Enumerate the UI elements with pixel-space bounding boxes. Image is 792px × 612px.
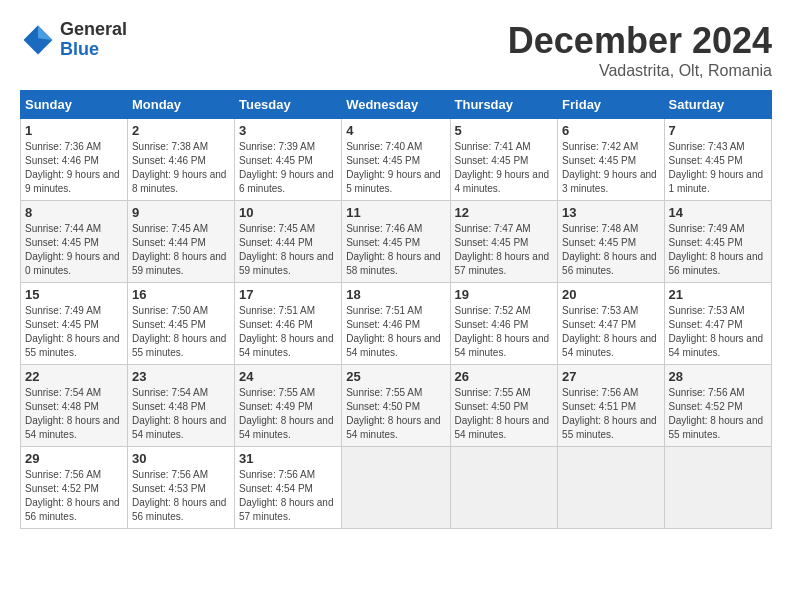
calendar-cell: 15 Sunrise: 7:49 AMSunset: 4:45 PMDaylig… — [21, 283, 128, 365]
header-monday: Monday — [127, 91, 234, 119]
day-info: Sunrise: 7:56 AMSunset: 4:52 PMDaylight:… — [669, 386, 767, 442]
calendar-cell: 22 Sunrise: 7:54 AMSunset: 4:48 PMDaylig… — [21, 365, 128, 447]
day-info: Sunrise: 7:53 AMSunset: 4:47 PMDaylight:… — [562, 304, 659, 360]
day-number: 3 — [239, 123, 337, 138]
day-info: Sunrise: 7:56 AMSunset: 4:54 PMDaylight:… — [239, 468, 337, 524]
day-info: Sunrise: 7:51 AMSunset: 4:46 PMDaylight:… — [239, 304, 337, 360]
day-info: Sunrise: 7:54 AMSunset: 4:48 PMDaylight:… — [132, 386, 230, 442]
day-number: 24 — [239, 369, 337, 384]
day-info: Sunrise: 7:56 AMSunset: 4:51 PMDaylight:… — [562, 386, 659, 442]
day-info: Sunrise: 7:55 AMSunset: 4:50 PMDaylight:… — [455, 386, 554, 442]
day-info: Sunrise: 7:56 AMSunset: 4:53 PMDaylight:… — [132, 468, 230, 524]
calendar-cell: 31 Sunrise: 7:56 AMSunset: 4:54 PMDaylig… — [234, 447, 341, 529]
calendar-cell: 19 Sunrise: 7:52 AMSunset: 4:46 PMDaylig… — [450, 283, 558, 365]
day-info: Sunrise: 7:38 AMSunset: 4:46 PMDaylight:… — [132, 140, 230, 196]
calendar-week-1: 1 Sunrise: 7:36 AMSunset: 4:46 PMDayligh… — [21, 119, 772, 201]
day-number: 22 — [25, 369, 123, 384]
day-info: Sunrise: 7:36 AMSunset: 4:46 PMDaylight:… — [25, 140, 123, 196]
day-info: Sunrise: 7:42 AMSunset: 4:45 PMDaylight:… — [562, 140, 659, 196]
calendar-cell: 3 Sunrise: 7:39 AMSunset: 4:45 PMDayligh… — [234, 119, 341, 201]
day-number: 16 — [132, 287, 230, 302]
day-info: Sunrise: 7:44 AMSunset: 4:45 PMDaylight:… — [25, 222, 123, 278]
day-info: Sunrise: 7:52 AMSunset: 4:46 PMDaylight:… — [455, 304, 554, 360]
calendar-cell: 30 Sunrise: 7:56 AMSunset: 4:53 PMDaylig… — [127, 447, 234, 529]
header-wednesday: Wednesday — [342, 91, 450, 119]
day-number: 4 — [346, 123, 445, 138]
calendar-cell: 5 Sunrise: 7:41 AMSunset: 4:45 PMDayligh… — [450, 119, 558, 201]
day-number: 20 — [562, 287, 659, 302]
calendar-week-2: 8 Sunrise: 7:44 AMSunset: 4:45 PMDayligh… — [21, 201, 772, 283]
calendar-cell: 23 Sunrise: 7:54 AMSunset: 4:48 PMDaylig… — [127, 365, 234, 447]
svg-marker-2 — [24, 25, 38, 39]
calendar-cell: 25 Sunrise: 7:55 AMSunset: 4:50 PMDaylig… — [342, 365, 450, 447]
day-number: 29 — [25, 451, 123, 466]
day-number: 12 — [455, 205, 554, 220]
calendar-cell: 20 Sunrise: 7:53 AMSunset: 4:47 PMDaylig… — [558, 283, 664, 365]
day-number: 1 — [25, 123, 123, 138]
calendar-cell: 26 Sunrise: 7:55 AMSunset: 4:50 PMDaylig… — [450, 365, 558, 447]
header-friday: Friday — [558, 91, 664, 119]
day-info: Sunrise: 7:55 AMSunset: 4:50 PMDaylight:… — [346, 386, 445, 442]
calendar-cell: 2 Sunrise: 7:38 AMSunset: 4:46 PMDayligh… — [127, 119, 234, 201]
calendar-week-5: 29 Sunrise: 7:56 AMSunset: 4:52 PMDaylig… — [21, 447, 772, 529]
header-sunday: Sunday — [21, 91, 128, 119]
day-info: Sunrise: 7:43 AMSunset: 4:45 PMDaylight:… — [669, 140, 767, 196]
day-info: Sunrise: 7:47 AMSunset: 4:45 PMDaylight:… — [455, 222, 554, 278]
logo-icon — [20, 22, 56, 58]
day-number: 13 — [562, 205, 659, 220]
calendar-cell: 29 Sunrise: 7:56 AMSunset: 4:52 PMDaylig… — [21, 447, 128, 529]
day-number: 31 — [239, 451, 337, 466]
calendar-cell: 4 Sunrise: 7:40 AMSunset: 4:45 PMDayligh… — [342, 119, 450, 201]
calendar-cell: 9 Sunrise: 7:45 AMSunset: 4:44 PMDayligh… — [127, 201, 234, 283]
day-number: 25 — [346, 369, 445, 384]
day-number: 2 — [132, 123, 230, 138]
header-tuesday: Tuesday — [234, 91, 341, 119]
day-number: 14 — [669, 205, 767, 220]
calendar-cell: 8 Sunrise: 7:44 AMSunset: 4:45 PMDayligh… — [21, 201, 128, 283]
day-number: 8 — [25, 205, 123, 220]
day-number: 28 — [669, 369, 767, 384]
title-section: December 2024 Vadastrita, Olt, Romania — [508, 20, 772, 80]
day-number: 27 — [562, 369, 659, 384]
day-number: 9 — [132, 205, 230, 220]
month-title: December 2024 — [508, 20, 772, 62]
day-info: Sunrise: 7:39 AMSunset: 4:45 PMDaylight:… — [239, 140, 337, 196]
header-thursday: Thursday — [450, 91, 558, 119]
calendar-cell — [558, 447, 664, 529]
calendar-cell: 10 Sunrise: 7:45 AMSunset: 4:44 PMDaylig… — [234, 201, 341, 283]
page-header: General Blue December 2024 Vadastrita, O… — [20, 20, 772, 80]
location: Vadastrita, Olt, Romania — [508, 62, 772, 80]
day-info: Sunrise: 7:50 AMSunset: 4:45 PMDaylight:… — [132, 304, 230, 360]
header-saturday: Saturday — [664, 91, 771, 119]
day-number: 26 — [455, 369, 554, 384]
day-number: 21 — [669, 287, 767, 302]
header-row: Sunday Monday Tuesday Wednesday Thursday… — [21, 91, 772, 119]
day-number: 17 — [239, 287, 337, 302]
day-info: Sunrise: 7:54 AMSunset: 4:48 PMDaylight:… — [25, 386, 123, 442]
day-number: 30 — [132, 451, 230, 466]
day-info: Sunrise: 7:45 AMSunset: 4:44 PMDaylight:… — [239, 222, 337, 278]
calendar-table: Sunday Monday Tuesday Wednesday Thursday… — [20, 90, 772, 529]
calendar-cell: 24 Sunrise: 7:55 AMSunset: 4:49 PMDaylig… — [234, 365, 341, 447]
calendar-cell: 18 Sunrise: 7:51 AMSunset: 4:46 PMDaylig… — [342, 283, 450, 365]
calendar-cell: 17 Sunrise: 7:51 AMSunset: 4:46 PMDaylig… — [234, 283, 341, 365]
day-info: Sunrise: 7:41 AMSunset: 4:45 PMDaylight:… — [455, 140, 554, 196]
day-info: Sunrise: 7:53 AMSunset: 4:47 PMDaylight:… — [669, 304, 767, 360]
calendar-body: 1 Sunrise: 7:36 AMSunset: 4:46 PMDayligh… — [21, 119, 772, 529]
calendar-cell: 14 Sunrise: 7:49 AMSunset: 4:45 PMDaylig… — [664, 201, 771, 283]
day-number: 15 — [25, 287, 123, 302]
calendar-cell — [664, 447, 771, 529]
day-info: Sunrise: 7:49 AMSunset: 4:45 PMDaylight:… — [25, 304, 123, 360]
day-info: Sunrise: 7:55 AMSunset: 4:49 PMDaylight:… — [239, 386, 337, 442]
day-number: 11 — [346, 205, 445, 220]
calendar-cell: 12 Sunrise: 7:47 AMSunset: 4:45 PMDaylig… — [450, 201, 558, 283]
day-number: 10 — [239, 205, 337, 220]
calendar-cell: 27 Sunrise: 7:56 AMSunset: 4:51 PMDaylig… — [558, 365, 664, 447]
calendar-cell: 16 Sunrise: 7:50 AMSunset: 4:45 PMDaylig… — [127, 283, 234, 365]
calendar-cell: 7 Sunrise: 7:43 AMSunset: 4:45 PMDayligh… — [664, 119, 771, 201]
calendar-cell: 6 Sunrise: 7:42 AMSunset: 4:45 PMDayligh… — [558, 119, 664, 201]
day-number: 6 — [562, 123, 659, 138]
day-info: Sunrise: 7:51 AMSunset: 4:46 PMDaylight:… — [346, 304, 445, 360]
day-info: Sunrise: 7:40 AMSunset: 4:45 PMDaylight:… — [346, 140, 445, 196]
day-number: 23 — [132, 369, 230, 384]
